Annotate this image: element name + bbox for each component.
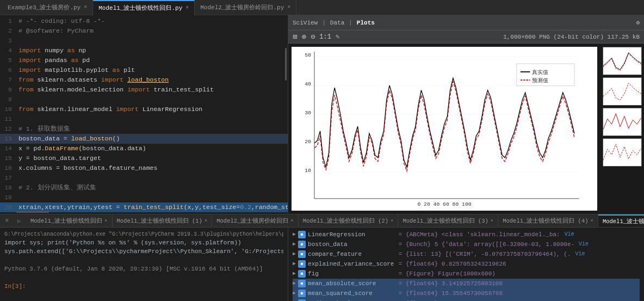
var-row-medas: ▶ ■ median_absolute_score = {float64} 2.… <box>293 298 640 301</box>
chart-svg: 0 20 40 60 80 100 50 40 30 20 10 <box>292 47 597 211</box>
svg-text:40: 40 <box>305 81 311 87</box>
var-row-fig: ▶ ■ fig = {Figure} Figure(1000x600) <box>293 269 640 279</box>
var-row-boston-data: ▶ ■ boston_data = {Bunch} 5 {'data': arr… <box>293 239 640 249</box>
tab-model1[interactable]: Model1_波士顿价线性回归.py × <box>93 0 195 15</box>
svg-text:20: 20 <box>305 139 311 145</box>
tab-model1-label: Model1_波士顿价线性回归.py <box>98 4 182 12</box>
main-area: 1 # -*- coding: utf-8 -*- 2 # @software:… <box>0 15 644 214</box>
plot-area: 0 20 40 60 80 100 50 40 30 20 10 <box>288 44 644 214</box>
code-line-2: 2 # @software: PyCharm <box>0 26 288 36</box>
plots-tab[interactable]: Plots <box>357 20 375 26</box>
console-cmd-line: G:\Projects\anaconda\python.exe "G:\Proj… <box>4 230 283 238</box>
bottom-tabs-bar: ≡ ▷ Model1_波士顿价线性回归 × Model1_波士顿价线性回归 (1… <box>0 214 644 228</box>
console-panel[interactable]: G:\Projects\anaconda\python.exe "G:\Proj… <box>0 228 288 301</box>
code-line-5: 5 import pandas as pd <box>0 56 288 65</box>
code-line-4: 4 import numpy as np <box>0 46 288 56</box>
btab-model1-3[interactable]: Model1_波士顿价线性回归 (3) × <box>398 214 498 228</box>
data-tab[interactable]: Data <box>330 20 344 26</box>
zoom-reset-icon[interactable]: 1:1 <box>319 33 331 41</box>
code-line-11: 11 <box>0 114 288 124</box>
var-row-mas: ▶ ■ mean_absolute_score = {float64} 3.14… <box>293 279 640 288</box>
plot-main: 0 20 40 60 80 100 50 40 30 20 10 <box>292 47 597 211</box>
zoom-out-icon[interactable]: ⊖ <box>311 32 315 41</box>
svg-text:30: 30 <box>305 110 311 116</box>
code-line-1: 1 # -*- coding: utf-8 -*- <box>0 16 288 26</box>
var-row-evs: ▶ ■ explained_variance_score = {float64}… <box>293 259 640 269</box>
console-sys-line: sys.path.extend(['G:\\Projects\\pycharme… <box>4 247 283 256</box>
tab-model2[interactable]: Model2_波士顿房价岭回归.py × <box>195 0 296 15</box>
svg-text:0       20        40        60: 0 20 40 60 80 100 <box>417 201 471 207</box>
btab-model1-2[interactable]: Model1_波士顿价线性回归 (2) × <box>299 214 399 228</box>
bottom-icon-2[interactable]: ▷ <box>14 216 24 226</box>
var-view-compare[interactable]: Vie <box>575 249 585 259</box>
var-row-linearregression: ▶ ■ LinearRegression = {ABCMeta} <class … <box>293 230 640 239</box>
code-line-18: 18 # 2. 划分训练集、测试集 <box>0 183 288 193</box>
legend-true-label: 真实值 <box>532 69 548 76</box>
code-line-6: 6 import matplotlib.pyplot as plt <box>0 65 288 75</box>
btab-model1-1[interactable]: Model1_波士顿价线性回归 (1) × <box>113 214 213 228</box>
sciview-tab[interactable]: SciView <box>293 20 318 26</box>
legend-pred-label: 预测值 <box>532 77 548 84</box>
code-line-16: 16 x.columns = boston_data.feature_names <box>0 163 288 173</box>
code-line-8: 8 from sklearn.model_selection import tr… <box>0 85 288 95</box>
svg-rect-18 <box>603 78 641 106</box>
tab-example3-label: Example3_波士顿房价.py <box>8 3 81 11</box>
var-row-compare: ▶ ■ compare_feature = {list: 13} [('CRIM… <box>293 249 640 259</box>
plot-thumbnails <box>600 44 644 214</box>
code-line-10: 10 from sklearn.linear_model import Line… <box>0 105 288 114</box>
variables-panel: ▶ ■ LinearRegression = {ABCMeta} <class … <box>288 228 644 301</box>
console-blank-2 <box>4 273 283 282</box>
sci-toolbar: SciView | Data | Plots ⚙ <box>288 15 644 30</box>
zoom-in-icon[interactable]: ⊕ <box>301 32 306 41</box>
thumb-2[interactable] <box>603 77 642 106</box>
code-line-15: 15 y = boston_data.target <box>0 153 288 163</box>
code-line-9: 9 <box>0 95 288 105</box>
sci-toolbar-2: ⊞ ⊕ ⊖ 1:1 ✎ 1,000×600 PNG (24-bit color)… <box>288 30 644 44</box>
bottom-icon-1[interactable]: ≡ <box>2 216 12 226</box>
code-panel: 1 # -*- coding: utf-8 -*- 2 # @software:… <box>0 15 288 214</box>
cursor-icon[interactable]: ✎ <box>336 33 339 41</box>
code-line-7: 7 from sklearn.datasets import load_bost… <box>0 75 288 85</box>
settings-icon[interactable]: ⚙ <box>636 19 640 26</box>
btab-model1-5[interactable]: Model1_波士顿价线性回归 (5) × <box>598 214 644 228</box>
code-line-17: 17 <box>0 173 288 183</box>
console-import-line: import sys; print('Python %s on %s' % (s… <box>4 238 283 247</box>
tab-example3[interactable]: Example3_波士顿房价.py × <box>2 0 93 15</box>
horizontal-scrollbar[interactable] <box>16 211 49 213</box>
code-line-13: 13 boston_data = load_boston() <box>0 134 288 144</box>
tab-model2-label: Model2_波士顿房价岭回归.py <box>200 3 284 11</box>
code-line-14: 14 x = pd.DataFrame(boston_data.data) <box>0 144 288 153</box>
sci-panel: SciView | Data | Plots ⚙ ⊞ ⊕ ⊖ 1:1 ✎ 1,0… <box>288 15 644 214</box>
console-python-version: Python 3.7.6 (default, Jan 8 2020, 20:23… <box>4 265 283 273</box>
thumb-1[interactable] <box>603 47 642 75</box>
code-lines: 1 # -*- coding: utf-8 -*- 2 # @software:… <box>0 15 288 214</box>
tab-example3-close[interactable]: × <box>84 4 87 10</box>
code-line-19: 19 <box>0 193 288 202</box>
svg-text:10: 10 <box>305 168 311 174</box>
bottom-section: ≡ ▷ Model1_波士顿价线性回归 × Model1_波士顿价线性回归 (1… <box>0 214 644 301</box>
var-view-linearregression[interactable]: Vie <box>565 230 574 239</box>
vertical-scrollbar[interactable] <box>285 48 287 81</box>
image-info: 1,000×600 PNG (24-bit color) 117.25 kB <box>503 34 640 40</box>
var-view-boston[interactable]: Vie <box>579 239 589 249</box>
top-tabs-bar: Example3_波士顿房价.py × Model1_波士顿价线性回归.py ×… <box>0 0 644 15</box>
code-line-3: 3 <box>0 36 288 46</box>
thumb-4[interactable] <box>603 138 642 167</box>
svg-text:50: 50 <box>305 52 311 58</box>
console-blank-1 <box>4 256 283 265</box>
svg-rect-17 <box>603 47 641 75</box>
code-line-12: 12 # 1. 获取数据集 <box>0 124 288 134</box>
tab-model1-close[interactable]: × <box>185 5 189 11</box>
console-prompt-line: In[3]: <box>4 282 283 291</box>
btab-model2[interactable]: Model2_波士顿房价岭回归 × <box>212 214 299 228</box>
grid-icon[interactable]: ⊞ <box>293 32 297 41</box>
bottom-content: G:\Projects\anaconda\python.exe "G:\Proj… <box>0 228 644 301</box>
btab-model1[interactable]: Model1_波士顿价线性回归 × <box>26 214 113 228</box>
btab-model1-4[interactable]: Model1_波士顿价线性回归 (4) × <box>498 214 598 228</box>
tab-model2-close[interactable]: × <box>287 4 290 10</box>
var-row-mss: ▶ ■ mean_squared_score = {float64} 15.35… <box>293 288 640 298</box>
thumb-3[interactable] <box>603 108 642 136</box>
